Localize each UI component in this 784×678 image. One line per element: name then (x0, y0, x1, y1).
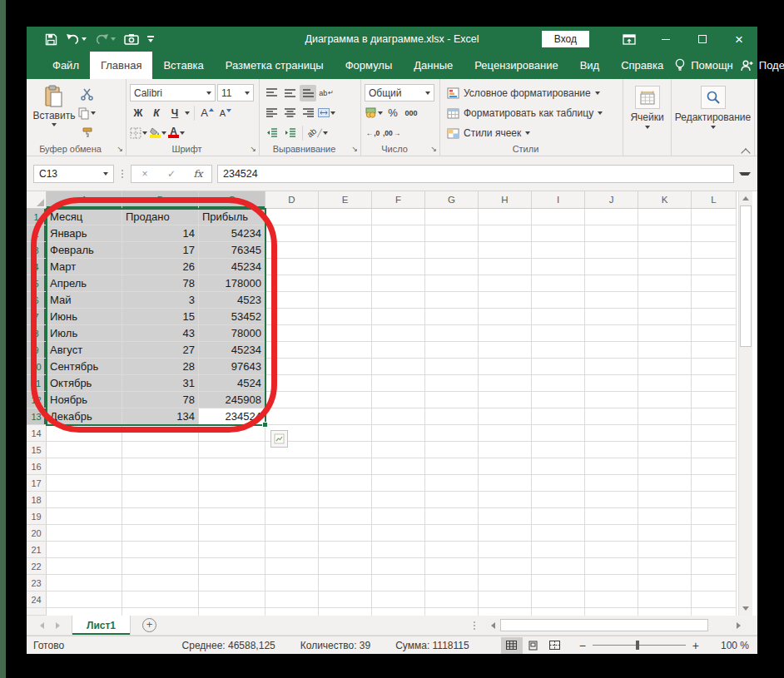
cell-D12[interactable] (265, 392, 319, 408)
zoom-slider[interactable] (593, 645, 686, 646)
cell-F7[interactable] (372, 309, 425, 325)
cell-G20[interactable] (425, 525, 479, 542)
cell-F1[interactable] (372, 209, 425, 225)
percent-style-button[interactable]: % (385, 105, 401, 121)
cell-L11[interactable] (692, 375, 737, 392)
cell-J16[interactable] (585, 458, 638, 475)
cell-G19[interactable] (425, 508, 479, 525)
tab-Данные[interactable]: Данные (403, 52, 464, 79)
cell-L18[interactable] (692, 492, 737, 508)
cell-J23[interactable] (585, 575, 638, 591)
previous-sheet-icon[interactable] (40, 622, 44, 629)
cell-H15[interactable] (479, 442, 532, 458)
cell-F2[interactable] (372, 225, 425, 242)
cell-E18[interactable] (319, 492, 372, 508)
cell-D7[interactable] (265, 309, 319, 325)
cell-E13[interactable] (319, 408, 372, 425)
cell-L21[interactable] (692, 542, 737, 558)
cell-C16[interactable] (199, 458, 265, 475)
number-format-select[interactable]: Общий (365, 84, 434, 101)
cell-A10[interactable]: Сентябрь (47, 359, 122, 375)
cell-I21[interactable] (532, 542, 585, 558)
cell-I18[interactable] (532, 492, 585, 508)
cell-A9[interactable]: Август (47, 342, 122, 359)
number-dialog-launcher-icon[interactable]: ↘ (430, 146, 437, 153)
clipboard-dialog-launcher-icon[interactable]: ↘ (117, 146, 123, 153)
increase-decimal-button[interactable]: ←,0 (365, 125, 381, 141)
cell-C5[interactable]: 178000 (199, 275, 265, 292)
cell-G5[interactable] (425, 275, 479, 292)
cell-G10[interactable] (425, 359, 479, 375)
cell-G16[interactable] (425, 458, 479, 475)
cell-J12[interactable] (585, 392, 638, 408)
cell-K5[interactable] (638, 275, 692, 292)
cell-I3[interactable] (532, 242, 585, 259)
confirm-entry-icon[interactable]: ✓ (158, 168, 185, 180)
cell-E12[interactable] (319, 392, 372, 408)
cell-I12[interactable] (532, 392, 585, 408)
column-header-G[interactable]: G (425, 191, 479, 209)
cell-G22[interactable] (425, 558, 479, 575)
italic-button[interactable]: К (148, 105, 165, 121)
cell-G15[interactable] (425, 442, 479, 458)
cell-D9[interactable] (265, 342, 319, 359)
cell-C10[interactable]: 97643 (199, 359, 265, 375)
cell-B11[interactable]: 31 (122, 375, 199, 392)
cell-D2[interactable] (265, 225, 319, 242)
cell-H7[interactable] (479, 309, 532, 325)
cell-B14[interactable] (122, 425, 199, 442)
row-header-11[interactable]: 11 (27, 375, 47, 392)
cell-C9[interactable]: 45234 (199, 342, 265, 359)
vertical-scrollbar[interactable] (738, 191, 752, 616)
cell-C6[interactable]: 4523 (199, 292, 265, 309)
cell-B13[interactable]: 134 (122, 408, 199, 425)
cell-L3[interactable] (692, 242, 737, 259)
cell-E5[interactable] (319, 275, 372, 292)
row-header-21[interactable]: 21 (27, 542, 47, 558)
cell-C17[interactable] (199, 475, 265, 492)
cell-H22[interactable] (479, 558, 532, 575)
font-color-button[interactable]: А (168, 125, 185, 141)
cell-B24[interactable] (122, 591, 199, 608)
cell-J15[interactable] (585, 442, 638, 458)
cell-G18[interactable] (425, 492, 479, 508)
cell-B8[interactable]: 43 (122, 325, 199, 342)
cell-E15[interactable] (319, 442, 372, 458)
row-header-16[interactable]: 16 (27, 458, 47, 475)
camera-icon[interactable] (124, 33, 139, 45)
cell-H19[interactable] (479, 508, 532, 525)
cell-K17[interactable] (638, 475, 692, 492)
cell-A6[interactable]: Май (47, 292, 122, 309)
cell-K3[interactable] (638, 242, 692, 259)
wrap-text-button[interactable]: ab↵ (318, 85, 335, 101)
cell-K14[interactable] (638, 425, 692, 442)
cell-A7[interactable]: Июнь (47, 309, 122, 325)
cell-C2[interactable]: 54234 (199, 225, 265, 242)
cell-D16[interactable] (265, 458, 319, 475)
cell-H5[interactable] (479, 275, 532, 292)
cell-K6[interactable] (638, 292, 692, 309)
tab-Файл[interactable]: Файл (42, 52, 90, 79)
name-box[interactable]: C13 (33, 165, 114, 183)
cell-K21[interactable] (638, 542, 692, 558)
cell-E10[interactable] (319, 359, 372, 375)
new-sheet-button[interactable]: + (142, 618, 156, 632)
cell-K23[interactable] (638, 575, 692, 591)
cell-F16[interactable] (372, 458, 425, 475)
cell-K9[interactable] (638, 342, 692, 359)
cell-J10[interactable] (585, 359, 638, 375)
cell-B23[interactable] (122, 575, 199, 591)
cell-I9[interactable] (532, 342, 585, 359)
cell-I24[interactable] (532, 591, 585, 608)
scroll-up-icon[interactable] (739, 191, 752, 205)
column-header-L[interactable]: L (692, 191, 737, 209)
cell-B21[interactable] (122, 542, 199, 558)
cell-L19[interactable] (692, 508, 737, 525)
cell-C14[interactable] (199, 425, 265, 442)
cell-J8[interactable] (585, 325, 638, 342)
scroll-down-icon[interactable] (739, 601, 752, 616)
column-header-I[interactable]: I (532, 191, 585, 209)
cell-K1[interactable] (638, 209, 692, 225)
cell-E9[interactable] (319, 342, 372, 359)
cell-D22[interactable] (265, 558, 319, 575)
